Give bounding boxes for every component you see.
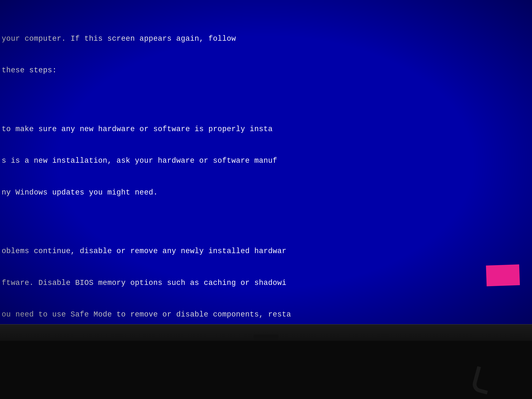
gap-1 [0,97,532,103]
bsod-line-2: these steps: [0,65,532,76]
bsod-line-4: to make sure any new hardware or softwar… [0,124,532,134]
bsod-line-5: s is a new installation, ask your hardwa… [0,156,532,166]
bsod-text-block: your computer. If this screen appears ag… [0,0,532,324]
monitor-screen: your computer. If this screen appears ag… [0,0,532,324]
gap-2 [0,219,532,225]
bsod-line-1: your computer. If this screen appears ag… [0,34,532,44]
bsod-line-6: ny Windows updates you might need. [0,187,532,198]
monitor-cable [471,366,493,395]
bsod-line-8: oblems continue, disable or remove any n… [0,246,532,256]
bsod-line-10: ou need to use Safe Mode to remove or di… [0,310,532,320]
monitor-stand-base [0,341,532,399]
sticky-note [486,264,520,286]
bsod-screen: your computer. If this screen appears ag… [0,0,532,324]
bsod-line-9: ftware. Disable BIOS memory options such… [0,278,532,288]
